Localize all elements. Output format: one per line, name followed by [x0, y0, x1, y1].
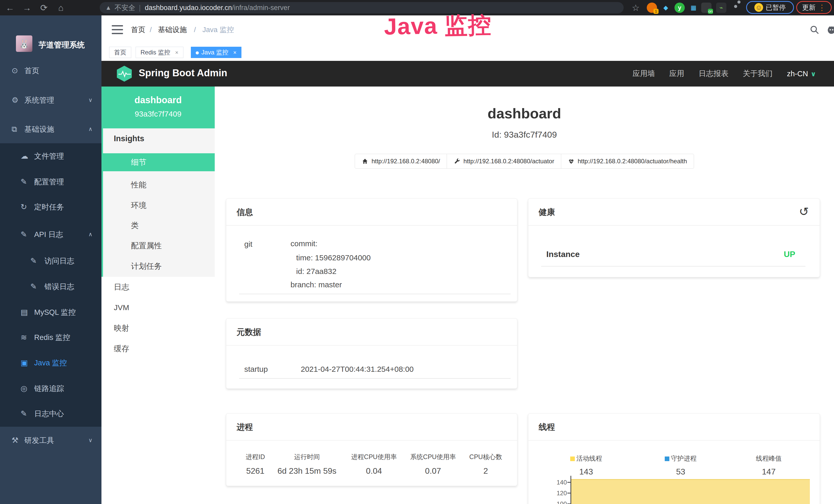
browser-reload-icon[interactable]: ⟳ [38, 2, 50, 14]
chevron-up-icon: ∧ [88, 116, 92, 142]
instance-name: dashboard [102, 95, 215, 106]
cloud-upload-icon: ☁ [21, 143, 28, 169]
tags-view-bar: 首页 Redis 监控 × Java 监控 × [102, 44, 834, 61]
browser-menu-kebab-icon[interactable]: ⋮ [818, 3, 826, 12]
sba-menu-details[interactable]: 细节 [102, 153, 215, 171]
update-chip[interactable]: 更新 ⋮ [796, 1, 832, 14]
sba-nav-about[interactable]: 关于我们 [743, 69, 773, 79]
sidebar-item-mysql-monitor[interactable]: ▤ MySQL 监控 [0, 299, 102, 325]
breadcrumb-current: Java 监控 [202, 16, 234, 44]
sidebar-item-home[interactable]: ⊙ 首页 [0, 58, 102, 84]
sba-language-select[interactable]: zh-CN∨ [787, 70, 816, 78]
instance-id: 93a3fc7f7409 [102, 110, 215, 118]
address-bar[interactable]: ▲ 不安全 | dashboard.yudao.iocoder.cn/infra… [100, 2, 623, 13]
sba-nav-applications[interactable]: 应用 [670, 69, 684, 79]
bookmark-star-icon[interactable]: ☆ [629, 2, 642, 14]
chevron-down-icon: ∨ [88, 428, 92, 453]
sba-menu-logfile[interactable]: 日志 [102, 279, 215, 295]
extension-icon-2[interactable]: ◆ [661, 3, 671, 13]
history-icon[interactable]: ↺ [799, 199, 809, 226]
hamburger-icon[interactable] [112, 24, 123, 36]
daemon-threads-value: 53 [676, 467, 685, 477]
browser-forward-icon[interactable]: → [21, 2, 34, 14]
app-title: 芋道管理系统 [39, 40, 85, 50]
extension-icon-5[interactable]: on [701, 3, 711, 13]
health-status-badge: UP [784, 250, 795, 259]
info-card-title: 信息 [226, 199, 517, 226]
breadcrumb-separator: / [150, 16, 152, 44]
breadcrumb-infrastructure[interactable]: 基础设施 [158, 16, 187, 44]
tab-java-monitor[interactable]: Java 监控 × [191, 47, 241, 58]
emoji-face-icon: ☺ [754, 3, 763, 12]
actuator-url-button[interactable]: http://192.168.0.2:48080/actuator [447, 154, 561, 169]
active-tab-dot [196, 51, 199, 54]
metadata-row-label: startup [244, 365, 268, 373]
endpoint-buttons: http://192.168.0.2:48080/ http://192.168… [215, 154, 834, 169]
sidebar-item-dev-tools[interactable]: ⚒ 研发工具 ∨ [0, 428, 102, 453]
page-instance-id: Id: 93a3fc7f7409 [215, 130, 834, 140]
close-icon[interactable]: × [233, 49, 237, 56]
row-divider [541, 266, 806, 267]
not-secure-label: 不安全 [114, 3, 135, 12]
log-edit-icon: ✎ [21, 401, 27, 427]
sidebar-item-redis-monitor[interactable]: ≋ Redis 监控 [0, 324, 102, 350]
health-url-button[interactable]: http://192.168.0.2:48080/actuator/health [561, 154, 694, 169]
info-card: 信息 git commit: time: 1596289704000 id: 2… [226, 199, 517, 302]
tab-home[interactable]: 首页 [109, 47, 131, 58]
extension-icon-3[interactable]: y [675, 3, 685, 13]
browser-home-icon[interactable]: ⌂ [54, 2, 67, 14]
y-tick-140: 140 [549, 479, 567, 486]
pulse-line-icon [118, 70, 131, 77]
heartbeat-icon [568, 158, 575, 165]
extension-badge: 1 [654, 9, 659, 14]
extension-icon-6[interactable]: ⌁ [716, 3, 726, 13]
sba-menu-config-props[interactable]: 配置属性 [102, 238, 215, 253]
tab-redis-monitor[interactable]: Redis 监控 × [136, 47, 183, 58]
sidebar-item-access-log[interactable]: ✎ 访问日志 [0, 248, 102, 274]
github-icon[interactable] [824, 22, 834, 38]
sidebar-item-tracing[interactable]: ◎ 链路追踪 [0, 375, 102, 401]
sidebar-item-java-monitor[interactable]: ▣ Java 监控 [0, 350, 102, 375]
sidebar-item-error-log[interactable]: ✎ 错误日志 [0, 274, 102, 299]
sidebar-item-infrastructure[interactable]: ⧉ 基础设施 ∧ [0, 116, 102, 142]
sba-menu-scheduled-tasks[interactable]: 计划任务 [102, 259, 215, 273]
toolbox-icon: ⚒ [12, 428, 19, 453]
process-cpu: 0.04 [366, 466, 382, 476]
sba-menu-caches[interactable]: 缓存 [102, 341, 215, 357]
sba-menu-mappings[interactable]: 映射 [102, 320, 215, 336]
sidebar-item-log-center[interactable]: ✎ 日志中心 [0, 401, 102, 427]
home-icon [361, 158, 368, 165]
breadcrumb-separator: / [194, 16, 196, 44]
wrench-icon [454, 158, 460, 165]
sba-nav-journal[interactable]: 日志报表 [699, 69, 728, 79]
sba-instance-header[interactable]: dashboard 93a3fc7f7409 [102, 87, 215, 129]
extension-icon-1[interactable]: 1 [647, 3, 657, 13]
sidebar-item-file-mgmt[interactable]: ☁ 文件管理 [0, 143, 102, 169]
app-logo-avatar[interactable]: 🐰 [16, 36, 32, 52]
eye-icon: ◎ [21, 375, 27, 401]
close-icon[interactable]: × [175, 49, 178, 56]
sba-menu-classes[interactable]: 类 [102, 218, 215, 233]
paused-chip[interactable]: ☺ 已暂停 [746, 1, 794, 14]
sba-menu-environment[interactable]: 环境 [102, 198, 215, 212]
service-url-button[interactable]: http://192.168.0.2:48080/ [355, 154, 447, 169]
sidebar-item-scheduled-jobs[interactable]: ↻ 定时任务 [0, 194, 102, 220]
extension-icon-4[interactable]: ▦ [688, 3, 699, 13]
paused-label: 已暂停 [766, 3, 786, 12]
sba-menu-jvm[interactable]: JVM [102, 300, 215, 315]
chevron-up-icon: ∧ [88, 222, 92, 247]
home-dashboard-icon: ⊙ [12, 58, 18, 84]
sba-nav-wallboard[interactable]: 应用墙 [633, 69, 655, 79]
browser-back-icon[interactable]: ← [4, 2, 17, 14]
process-pid: 5261 [246, 466, 264, 476]
search-icon[interactable] [807, 22, 822, 38]
legend-daemon-threads: 守护进程 [665, 454, 697, 463]
url-path: /infra/admin-server [232, 4, 290, 12]
sba-menu-metrics[interactable]: 性能 [102, 178, 215, 192]
breadcrumb-home[interactable]: 首页 [131, 16, 146, 44]
extensions-puzzle-icon[interactable] [730, 3, 740, 13]
legend-live-threads: 活动线程 [570, 454, 602, 463]
sidebar-item-system-mgmt[interactable]: ⚙ 系统管理 ∨ [0, 87, 102, 113]
sidebar-item-api-log[interactable]: ✎ API 日志 ∧ [0, 222, 102, 247]
sidebar-item-config-mgmt[interactable]: ✎ 配置管理 [0, 169, 102, 194]
